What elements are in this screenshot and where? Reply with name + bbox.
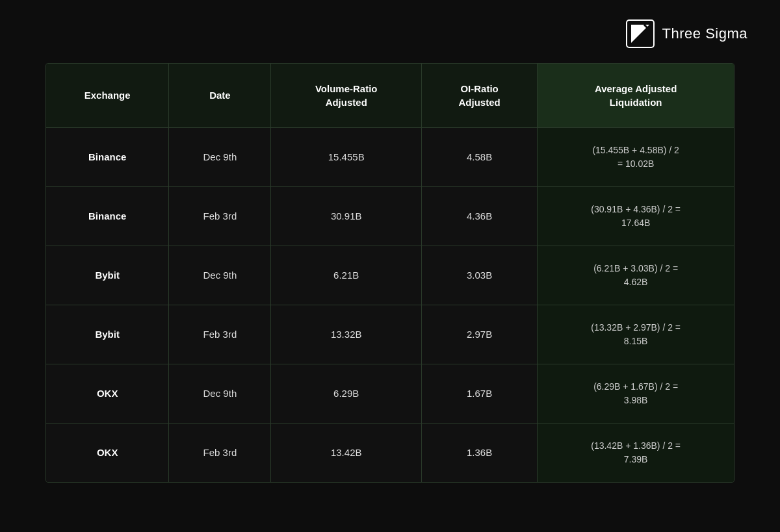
cell-oi_ratio-4: 1.67B xyxy=(421,364,537,423)
cell-avg_adjusted-4: (6.29B + 1.67B) / 2 =3.98B xyxy=(538,364,734,423)
cell-exchange-2: Bybit xyxy=(46,246,169,305)
table-row: OKXFeb 3rd13.42B1.36B(13.42B + 1.36B) / … xyxy=(46,423,734,482)
header-exchange: Exchange xyxy=(46,64,169,128)
logo-text: Three Sigma xyxy=(662,25,748,42)
table-header-row: Exchange Date Volume-RatioAdjusted OI-Ra… xyxy=(46,64,734,128)
cell-volume_ratio-5: 13.42B xyxy=(271,423,422,482)
cell-date-5: Feb 3rd xyxy=(169,423,271,482)
cell-exchange-1: Binance xyxy=(46,186,169,246)
cell-oi_ratio-5: 1.36B xyxy=(421,423,537,482)
header-date: Date xyxy=(169,64,271,128)
table-row: BinanceFeb 3rd30.91B4.36B(30.91B + 4.36B… xyxy=(46,186,734,246)
three-sigma-icon xyxy=(626,19,655,48)
cell-volume_ratio-1: 30.91B xyxy=(271,186,422,246)
cell-exchange-5: OKX xyxy=(46,423,169,482)
cell-avg_adjusted-3: (13.32B + 2.97B) / 2 =8.15B xyxy=(538,305,734,364)
cell-oi_ratio-1: 4.36B xyxy=(421,186,537,246)
cell-exchange-4: OKX xyxy=(46,364,169,423)
table-row: BybitDec 9th6.21B3.03B(6.21B + 3.03B) / … xyxy=(46,246,734,305)
header-oi-ratio: OI-RatioAdjusted xyxy=(421,64,537,128)
main-table-container: Exchange Date Volume-RatioAdjusted OI-Ra… xyxy=(46,63,734,483)
data-table: Exchange Date Volume-RatioAdjusted OI-Ra… xyxy=(46,64,734,482)
header-avg-liquidation: Average AdjustedLiquidation xyxy=(538,64,734,128)
cell-date-0: Dec 9th xyxy=(169,127,271,186)
table-row: OKXDec 9th6.29B1.67B(6.29B + 1.67B) / 2 … xyxy=(46,364,734,423)
cell-avg_adjusted-0: (15.455B + 4.58B) / 2= 10.02B xyxy=(538,127,734,186)
logo-area: Three Sigma xyxy=(626,19,748,48)
cell-avg_adjusted-5: (13.42B + 1.36B) / 2 =7.39B xyxy=(538,423,734,482)
cell-avg_adjusted-1: (30.91B + 4.36B) / 2 =17.64B xyxy=(538,186,734,246)
cell-volume_ratio-3: 13.32B xyxy=(271,305,422,364)
cell-exchange-3: Bybit xyxy=(46,305,169,364)
cell-volume_ratio-0: 15.455B xyxy=(271,127,422,186)
cell-oi_ratio-2: 3.03B xyxy=(421,246,537,305)
cell-volume_ratio-4: 6.29B xyxy=(271,364,422,423)
cell-oi_ratio-0: 4.58B xyxy=(421,127,537,186)
table-row: BybitFeb 3rd13.32B2.97B(13.32B + 2.97B) … xyxy=(46,305,734,364)
table-row: BinanceDec 9th15.455B4.58B(15.455B + 4.5… xyxy=(46,127,734,186)
cell-date-3: Feb 3rd xyxy=(169,305,271,364)
cell-avg_adjusted-2: (6.21B + 3.03B) / 2 =4.62B xyxy=(538,246,734,305)
cell-volume_ratio-2: 6.21B xyxy=(271,246,422,305)
cell-exchange-0: Binance xyxy=(46,127,169,186)
header-volume-ratio: Volume-RatioAdjusted xyxy=(271,64,422,128)
cell-date-1: Feb 3rd xyxy=(169,186,271,246)
cell-date-4: Dec 9th xyxy=(169,364,271,423)
cell-date-2: Dec 9th xyxy=(169,246,271,305)
cell-oi_ratio-3: 2.97B xyxy=(421,305,537,364)
